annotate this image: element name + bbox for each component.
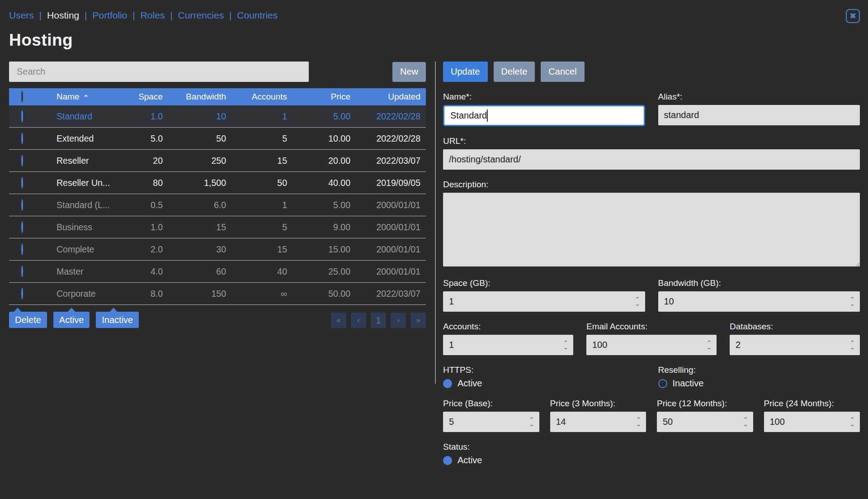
table-row[interactable]: Complete 2.0 30 15 15.00 2000/01/01	[9, 238, 426, 261]
table-row[interactable]: Standard (L... 0.5 6.0 1 5.00 2000/01/01	[9, 194, 426, 216]
space-input[interactable]: 1 ⌃⌄	[443, 291, 645, 312]
inactive-button[interactable]: Inactive	[96, 312, 139, 328]
url-input[interactable]	[443, 149, 860, 170]
row-radio[interactable]	[21, 155, 23, 166]
nav-separator: |	[170, 10, 172, 21]
select-all-radio[interactable]	[21, 91, 23, 102]
cell-space: 2.0	[114, 244, 164, 255]
https-radio[interactable]	[443, 379, 452, 388]
accounts-input[interactable]: 1 ⌃⌄	[443, 335, 573, 355]
cell-bandwidth: 10	[164, 111, 227, 122]
form-cancel-button[interactable]: Cancel	[541, 62, 584, 82]
reselling-value: Inactive	[673, 378, 704, 389]
active-button[interactable]: Active	[53, 312, 90, 328]
price-12-months-input[interactable]: 50 ⌃⌄	[657, 412, 753, 432]
spinner-down-icon[interactable]: ⌄	[743, 422, 748, 427]
nav-item-portfolio[interactable]: Portfolio	[92, 10, 127, 21]
column-header-name[interactable]: Name ⌃	[35, 92, 114, 102]
spinner-down-icon[interactable]: ⌄	[850, 302, 855, 306]
cell-updated: 2022/02/28	[351, 133, 426, 144]
url-label: URL*:	[443, 136, 860, 146]
row-radio[interactable]	[21, 177, 23, 189]
cell-name: Master	[35, 266, 114, 277]
row-radio[interactable]	[21, 133, 23, 144]
table-row[interactable]: Master 4.0 60 40 25.00 2000/01/01	[9, 261, 426, 283]
cell-accounts: 50	[227, 178, 288, 188]
table-row[interactable]: Reseller 20 250 15 20.00 2022/03/07	[9, 150, 426, 172]
spinner-down-icon[interactable]: ⌄	[635, 302, 640, 306]
spinner-down-icon[interactable]: ⌄	[563, 345, 568, 350]
cell-name: Reseller	[35, 156, 114, 166]
cell-accounts: 15	[227, 156, 288, 166]
cell-price: 15.00	[288, 244, 351, 255]
spinner-down-icon[interactable]: ⌄	[529, 422, 534, 427]
text-cursor	[487, 109, 488, 122]
table-row[interactable]: Reseller Un... 80 1,500 50 40.00 2019/09…	[9, 172, 426, 194]
alias-label: Alias*:	[658, 92, 860, 102]
nav-item-users[interactable]: Users	[9, 10, 34, 21]
row-radio[interactable]	[21, 266, 23, 277]
pagination-last-button[interactable]: »	[410, 313, 426, 328]
cell-name: Extended	[35, 133, 114, 144]
cell-name: Standard (L...	[35, 200, 114, 210]
pagination-first-button[interactable]: «	[331, 313, 346, 328]
row-radio[interactable]	[21, 221, 23, 233]
table-row[interactable]: Extended 5.0 50 5 10.00 2022/02/28	[9, 128, 426, 150]
column-header-updated[interactable]: Updated	[351, 92, 426, 102]
table-row[interactable]: Standard 1.0 10 1 5.00 2022/02/28	[9, 105, 426, 128]
alias-input[interactable]	[658, 105, 860, 125]
cell-updated: 2019/09/05	[351, 178, 426, 188]
column-header-price[interactable]: Price	[288, 92, 351, 102]
table-row[interactable]: Corporate 8.0 150 ∞ 50.00 2022/03/07	[9, 283, 426, 305]
price-3-months-input[interactable]: 14 ⌃⌄	[550, 412, 646, 432]
price-12-months-label: Price (12 Months):	[657, 399, 753, 409]
reselling-radio[interactable]	[658, 379, 667, 388]
price-24-months-input[interactable]: 100 ⌃⌄	[764, 412, 860, 432]
spinner-down-icon[interactable]: ⌄	[636, 422, 641, 427]
row-radio[interactable]	[21, 199, 23, 211]
close-button[interactable]: ✖	[846, 9, 860, 23]
databases-input[interactable]: 2 ⌃⌄	[730, 335, 860, 355]
description-textarea[interactable]	[443, 193, 860, 266]
cell-updated: 2022/02/28	[351, 111, 426, 122]
update-button[interactable]: Update	[443, 62, 488, 82]
column-header-bandwidth[interactable]: Bandwidth	[164, 92, 227, 102]
spinner-down-icon[interactable]: ⌄	[850, 422, 855, 427]
cell-space: 8.0	[114, 289, 164, 299]
nav-item-countries[interactable]: Countries	[237, 10, 278, 21]
panel-divider	[435, 62, 436, 384]
page-title: Hosting	[9, 31, 868, 50]
column-header-accounts[interactable]: Accounts	[227, 92, 288, 102]
table-row[interactable]: Business 1.0 15 5 9.00 2000/01/01	[9, 216, 426, 238]
cell-price: 40.00	[288, 178, 351, 188]
nav-item-hosting[interactable]: Hosting	[47, 10, 79, 21]
spinner-down-icon[interactable]: ⌄	[850, 345, 855, 350]
email-accounts-input[interactable]: 100 ⌃⌄	[586, 335, 717, 355]
pagination-page-1-button[interactable]: 1	[371, 313, 386, 328]
search-input[interactable]	[9, 62, 309, 82]
nav-item-roles[interactable]: Roles	[141, 10, 165, 21]
pagination-prev-button[interactable]: ‹	[351, 313, 366, 328]
new-button[interactable]: New	[392, 62, 426, 82]
row-radio[interactable]	[21, 288, 23, 299]
pagination-next-button[interactable]: ›	[391, 313, 406, 328]
bandwidth-input[interactable]: 10 ⌃⌄	[658, 291, 860, 312]
cell-price: 5.00	[288, 111, 351, 122]
cell-bandwidth: 150	[164, 289, 227, 299]
description-label: Description:	[443, 180, 860, 190]
cell-updated: 2000/01/01	[351, 222, 426, 233]
column-header-space[interactable]: Space	[114, 92, 164, 102]
close-icon: ✖	[849, 11, 856, 21]
spinner-down-icon[interactable]: ⌄	[707, 345, 712, 350]
cell-price: 25.00	[288, 266, 351, 277]
cell-accounts: 5	[227, 222, 288, 233]
row-radio[interactable]	[21, 110, 23, 122]
delete-button[interactable]: Delete	[9, 312, 47, 328]
price-base-input[interactable]: 5 ⌃⌄	[443, 412, 539, 432]
status-radio[interactable]	[443, 456, 452, 465]
nav-item-currencies[interactable]: Currencies	[178, 10, 224, 21]
name-input[interactable]	[443, 105, 645, 126]
form-delete-button[interactable]: Delete	[494, 62, 535, 82]
row-radio[interactable]	[21, 243, 23, 255]
cell-bandwidth: 250	[164, 156, 227, 166]
